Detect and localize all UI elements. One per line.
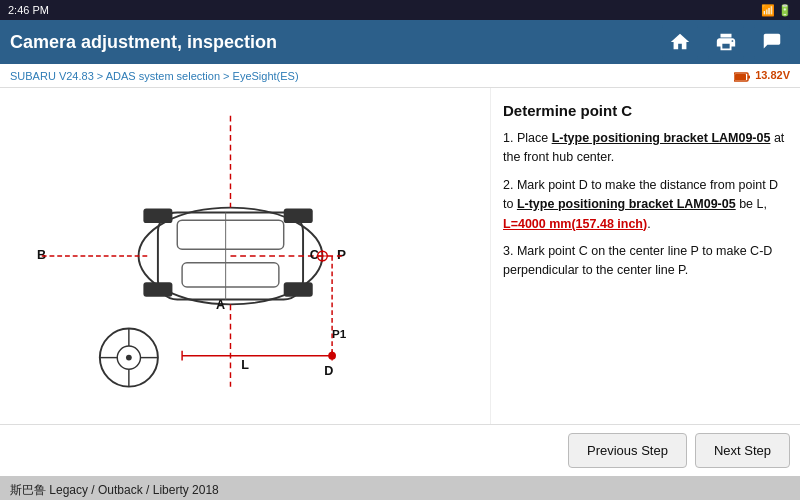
header-actions xyxy=(662,24,790,60)
svg-rect-5 xyxy=(177,220,283,249)
step-2: 2. Mark point D to make the distance fro… xyxy=(503,176,788,234)
breadcrumb: SUBARU V24.83 > ADAS system selection > … xyxy=(0,64,800,88)
svg-text:L: L xyxy=(241,358,249,372)
main-content: P A B C L P1 D xyxy=(0,88,800,424)
navigation-row: Previous Step Next Step xyxy=(0,424,800,476)
svg-rect-6 xyxy=(182,263,279,287)
vehicle-info-line1: 斯巴鲁 Legacy / Outback / Liberty 2018 xyxy=(10,482,790,499)
svg-rect-9 xyxy=(284,209,313,224)
svg-point-25 xyxy=(328,352,336,360)
home-icon xyxy=(669,31,691,53)
diagram-area: P A B C L P1 D xyxy=(0,88,490,424)
breadcrumb-path[interactable]: SUBARU V24.83 > ADAS system selection > … xyxy=(10,70,299,82)
app-header: Camera adjustment, inspection xyxy=(0,20,800,64)
footer: 斯巴鲁 Legacy / Outback / Liberty 2018 VIN … xyxy=(0,476,800,500)
previous-step-button[interactable]: Previous Step xyxy=(568,433,687,468)
svg-rect-1 xyxy=(748,75,750,78)
instruction-panel: Determine point C 1. Place L-type positi… xyxy=(490,88,800,424)
section-title: Determine point C xyxy=(503,102,788,119)
export-button[interactable] xyxy=(754,24,790,60)
battery-icon xyxy=(734,72,750,82)
svg-rect-10 xyxy=(143,282,172,297)
svg-rect-11 xyxy=(284,282,313,297)
svg-text:A: A xyxy=(216,298,225,312)
page-title: Camera adjustment, inspection xyxy=(10,32,277,53)
svg-text:D: D xyxy=(324,364,333,378)
svg-point-32 xyxy=(126,355,132,361)
status-bar: 2:46 PM 📶 🔋 xyxy=(0,0,800,20)
svg-rect-8 xyxy=(143,209,172,224)
svg-text:B: B xyxy=(37,248,46,262)
status-icons: 📶 🔋 xyxy=(761,4,792,17)
svg-text:P1: P1 xyxy=(332,327,347,340)
step-1: 1. Place L-type positioning bracket LAM0… xyxy=(503,129,788,168)
instruction-body: 1. Place L-type positioning bracket LAM0… xyxy=(503,129,788,281)
time-display: 2:46 PM xyxy=(8,4,49,16)
voltage-display: 13.82V xyxy=(734,69,790,81)
next-step-button[interactable]: Next Step xyxy=(695,433,790,468)
home-button[interactable] xyxy=(662,24,698,60)
step-3: 3. Mark point C on the center line P to … xyxy=(503,242,788,281)
print-icon xyxy=(715,31,737,53)
svg-text:P: P xyxy=(337,247,346,262)
export-icon xyxy=(761,31,783,53)
print-button[interactable] xyxy=(708,24,744,60)
svg-rect-2 xyxy=(735,74,746,80)
car-diagram-svg: P A B C L P1 D xyxy=(15,106,475,406)
